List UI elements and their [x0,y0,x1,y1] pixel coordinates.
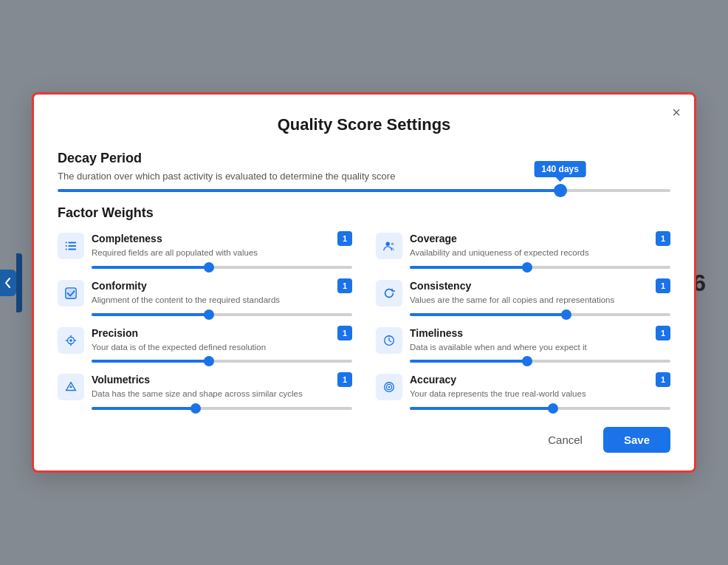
target-icon [376,374,402,400]
factor-item-coverage: Coverage 1 Availability and uniqueness o… [376,231,670,271]
factor-badge-accuracy: 1 [656,372,670,387]
factor-thumb-conformity[interactable] [204,309,214,320]
cancel-button[interactable]: Cancel [536,428,594,452]
factor-header-precision: Precision 1 [92,326,352,340]
factor-track-timeliness[interactable] [410,360,670,363]
factor-track-coverage[interactable] [410,266,670,269]
factor-badge-coverage: 1 [656,231,670,246]
factor-content-conformity: Conformity 1 Alignment of the content to… [92,278,352,318]
factor-weights-title: Factor Weights [58,205,670,221]
sidebar-toggle[interactable] [0,270,16,296]
factor-slider-conformity[interactable] [92,311,352,318]
factor-fill-coverage [410,266,527,269]
factor-badge-timeliness: 1 [656,326,670,340]
factor-name-precision: Precision [92,327,138,339]
modal-dialog: × Quality Score Settings Decay Period Th… [32,92,696,472]
factor-fill-accuracy [410,407,553,410]
svg-rect-0 [66,242,67,244]
svg-rect-4 [66,249,67,250]
close-button[interactable]: × [672,105,681,120]
factors-grid: Completeness 1 Required fields are all p… [58,231,670,411]
factor-content-completeness: Completeness 1 Required fields are all p… [92,231,352,271]
factor-desc-coverage: Availability and uniqueness of expected … [410,247,670,259]
svg-point-22 [388,386,391,388]
factor-item-volumetrics: Volumetrics 1 Data has the same size and… [58,372,352,412]
factor-slider-completeness[interactable] [92,264,352,271]
factor-header-completeness: Completeness 1 [92,231,352,246]
clock-icon [376,327,402,354]
factor-name-accuracy: Accuracy [410,374,456,386]
decay-period-section: Decay Period The duration over which pas… [58,151,670,192]
factor-desc-volumetrics: Data has the same size and shape across … [92,388,352,400]
factor-name-volumetrics: Volumetrics [92,374,150,386]
modal-overlay: × Quality Score Settings Decay Period Th… [0,0,728,565]
factor-item-timeliness: Timeliness 1 Data is available when and … [376,326,670,366]
factor-badge-precision: 1 [337,326,352,340]
save-button[interactable]: Save [603,427,670,453]
chart-icon [58,374,84,400]
factor-badge-volumetrics: 1 [337,372,352,387]
factor-thumb-timeliness[interactable] [522,356,532,366]
people-icon [376,233,402,259]
decay-slider-track[interactable] [58,189,670,192]
factor-item-completeness: Completeness 1 Required fields are all p… [58,231,352,271]
factor-track-consistency[interactable] [410,313,670,316]
factor-desc-accuracy: Your data represents the true real-world… [410,388,670,400]
factor-fill-completeness [92,266,209,269]
factor-content-volumetrics: Volumetrics 1 Data has the same size and… [92,372,352,412]
svg-point-11 [69,339,72,342]
factor-track-volumetrics[interactable] [92,407,352,410]
factor-slider-timeliness[interactable] [410,357,670,365]
factor-header-accuracy: Accuracy 1 [410,372,670,387]
factor-slider-coverage[interactable] [410,264,670,271]
factor-fill-timeliness [410,360,527,363]
factor-desc-timeliness: Data is available when and where you exp… [410,342,670,354]
factor-name-conformity: Conformity [92,280,147,292]
svg-rect-1 [68,242,76,244]
refresh-icon [376,280,402,307]
factor-thumb-volumetrics[interactable] [190,403,201,414]
factor-badge-consistency: 1 [656,278,670,293]
decay-slider-thumb[interactable] [554,184,567,197]
svg-point-6 [386,242,390,246]
factor-fill-volumetrics [92,407,196,410]
factor-content-precision: Precision 1 Your data is of the expected… [92,326,352,366]
factor-track-completeness[interactable] [92,266,352,269]
factor-name-coverage: Coverage [410,233,457,244]
check-icon [58,280,84,307]
factor-slider-volumetrics[interactable] [92,405,352,412]
factor-badge-completeness: 1 [337,231,352,246]
factor-thumb-coverage[interactable] [522,262,532,273]
svg-point-7 [391,243,394,246]
factor-header-conformity: Conformity 1 [92,278,352,293]
factor-name-completeness: Completeness [92,233,162,244]
factor-slider-consistency[interactable] [410,311,670,318]
factor-content-accuracy: Accuracy 1 Your data represents the true… [410,372,670,412]
factor-track-accuracy[interactable] [410,407,670,410]
factor-slider-precision[interactable] [92,357,352,365]
factor-track-conformity[interactable] [92,313,352,316]
factor-thumb-precision[interactable] [204,356,214,366]
factor-desc-completeness: Required fields are all populated with v… [92,247,352,259]
factor-fill-precision [92,360,209,363]
factor-desc-conformity: Alignment of the content to the required… [92,295,352,307]
factor-content-coverage: Coverage 1 Availability and uniqueness o… [410,231,670,271]
svg-rect-2 [66,246,67,247]
list-icon [58,233,84,259]
factor-fill-consistency [410,313,566,316]
decay-slider-container: 140 days [58,189,670,192]
factor-item-conformity: Conformity 1 Alignment of the content to… [58,278,352,318]
factor-thumb-completeness[interactable] [204,262,214,273]
factor-desc-precision: Your data is of the expected defined res… [92,342,352,354]
factor-content-consistency: Consistency 1 Values are the same for al… [410,278,670,318]
svg-rect-5 [68,249,76,250]
svg-marker-19 [69,385,72,388]
factor-header-consistency: Consistency 1 [410,278,670,293]
svg-point-17 [388,335,390,336]
factor-item-consistency: Consistency 1 Values are the same for al… [376,278,670,318]
factor-track-precision[interactable] [92,360,352,363]
factor-thumb-accuracy[interactable] [548,403,558,414]
factor-slider-accuracy[interactable] [410,405,670,412]
factor-thumb-consistency[interactable] [561,309,571,320]
factor-fill-conformity [92,313,209,316]
